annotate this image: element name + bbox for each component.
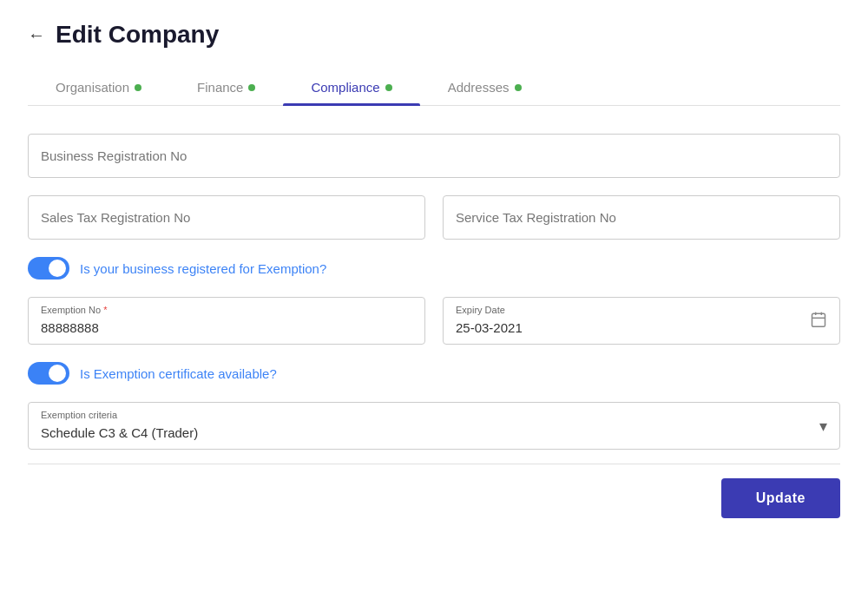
- certificate-toggle-slider: [28, 362, 69, 385]
- service-tax-input[interactable]: [443, 195, 840, 240]
- tab-compliance[interactable]: Compliance: [283, 69, 419, 105]
- sales-tax-field: [28, 195, 425, 240]
- tab-compliance-dot: [385, 84, 392, 91]
- page-container: ← Edit Company Organisation Finance Comp…: [0, 0, 868, 539]
- exemption-details-row: Exemption No * Expiry Date: [28, 297, 840, 345]
- certificate-toggle-row: Is Exemption certificate available?: [28, 362, 840, 385]
- tab-organisation-dot: [135, 84, 141, 91]
- tax-reg-row: [28, 195, 840, 240]
- exemption-criteria-row: Exemption criteria Schedule C3 & C4 (Tra…: [28, 402, 840, 450]
- business-reg-input[interactable]: [28, 134, 840, 178]
- back-button[interactable]: ←: [28, 25, 45, 45]
- tabs-container: Organisation Finance Compliance Addresse…: [28, 69, 840, 106]
- update-button[interactable]: Update: [721, 478, 840, 518]
- exemption-toggle[interactable]: [28, 257, 69, 280]
- expiry-date-wrapper: Expiry Date: [443, 297, 840, 345]
- form-section: Is your business registered for Exemptio…: [28, 134, 840, 450]
- expiry-date-field: Expiry Date: [443, 297, 840, 345]
- tab-addresses-label: Addresses: [448, 80, 510, 95]
- exemption-no-wrapper: Exemption No *: [28, 297, 425, 345]
- exemption-criteria-field: Exemption criteria Schedule C3 & C4 (Tra…: [28, 402, 840, 450]
- exemption-toggle-row: Is your business registered for Exemptio…: [28, 257, 840, 280]
- tab-addresses[interactable]: Addresses: [420, 69, 549, 105]
- service-tax-field: [443, 195, 840, 240]
- page-title: Edit Company: [56, 21, 219, 49]
- business-reg-field: [28, 134, 840, 178]
- exemption-no-field: Exemption No *: [28, 297, 425, 345]
- footer-row: Update: [28, 464, 840, 518]
- sales-tax-input[interactable]: [28, 195, 425, 240]
- exemption-toggle-label: Is your business registered for Exemptio…: [80, 261, 326, 276]
- exemption-no-label: Exemption No *: [41, 305, 107, 315]
- required-marker: *: [103, 305, 107, 315]
- tab-organisation-label: Organisation: [56, 80, 129, 95]
- tab-finance-dot: [248, 84, 255, 91]
- calendar-icon[interactable]: [810, 311, 827, 332]
- exemption-criteria-select[interactable]: Schedule C3 & C4 (Trader) Schedule A Sch…: [29, 403, 839, 449]
- business-reg-row: [28, 134, 840, 178]
- expiry-date-label: Expiry Date: [456, 305, 505, 315]
- exemption-criteria-label: Exemption criteria: [41, 410, 117, 420]
- tab-finance[interactable]: Finance: [169, 69, 283, 105]
- page-header: ← Edit Company: [28, 21, 840, 49]
- exemption-toggle-slider: [28, 257, 69, 280]
- tab-organisation[interactable]: Organisation: [28, 69, 169, 105]
- tab-finance-label: Finance: [197, 80, 243, 95]
- tab-compliance-label: Compliance: [311, 80, 379, 95]
- certificate-toggle[interactable]: [28, 362, 69, 385]
- exemption-criteria-wrapper: Exemption criteria Schedule C3 & C4 (Tra…: [28, 402, 840, 450]
- tab-addresses-dot: [515, 84, 522, 91]
- svg-rect-0: [812, 313, 825, 326]
- certificate-toggle-label: Is Exemption certificate available?: [80, 366, 277, 381]
